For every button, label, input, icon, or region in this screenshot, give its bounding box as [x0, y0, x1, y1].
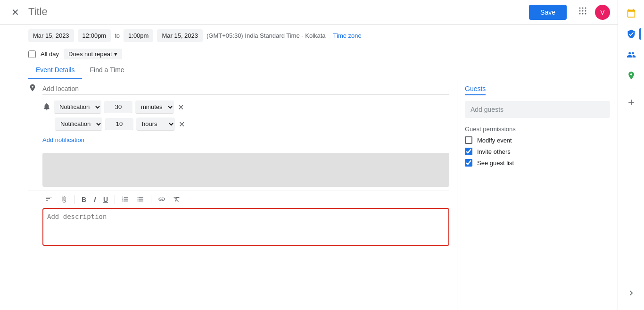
start-time-button[interactable]: 12:00pm — [78, 29, 111, 42]
expand-icon[interactable] — [622, 284, 641, 302]
svg-point-3 — [579, 10, 581, 12]
close-button[interactable]: ✕ — [8, 5, 23, 20]
guest-permissions-section: Guest permissions Modify event Invite ot… — [465, 126, 610, 167]
save-button[interactable]: Save — [529, 5, 567, 20]
notification-value-1[interactable] — [104, 101, 132, 113]
attach-button[interactable] — [58, 193, 71, 206]
sidebar-add-icon[interactable] — [622, 93, 641, 112]
link-button[interactable] — [155, 193, 168, 206]
guest-permissions-title: Guest permissions — [465, 126, 610, 133]
end-date-button[interactable]: Mar 15, 2023 — [157, 29, 203, 42]
invite-others-label: Invite others — [477, 148, 511, 155]
bold-button[interactable]: B — [79, 194, 89, 205]
modify-event-checkbox-empty[interactable] — [465, 136, 472, 144]
notification-value-2[interactable] — [105, 118, 133, 130]
event-title-input[interactable] — [28, 4, 523, 20]
remove-notification-2[interactable]: ✕ — [178, 119, 186, 130]
avatar[interactable]: V — [595, 5, 610, 20]
clear-format-button[interactable] — [170, 193, 183, 206]
svg-point-6 — [579, 13, 581, 15]
unordered-list-button[interactable] — [134, 193, 147, 206]
allday-label: All day — [41, 50, 59, 58]
repeat-label: Does not repeat — [68, 50, 112, 58]
remove-notification-1[interactable]: ✕ — [177, 102, 185, 113]
svg-point-8 — [585, 13, 586, 15]
add-notification-button[interactable]: Add notification — [42, 134, 84, 145]
notification-row-1: Notification Email minutes hours days we… — [42, 101, 449, 114]
sidebar-people-icon[interactable] — [622, 45, 641, 64]
invite-others-checkbox[interactable] — [465, 148, 472, 155]
allday-checkbox[interactable] — [28, 50, 36, 58]
description-placeholder-block — [42, 153, 449, 187]
to-separator: to — [115, 32, 120, 39]
align-button[interactable] — [42, 193, 56, 206]
modify-event-label: Modify event — [477, 137, 512, 144]
start-date-button[interactable]: Mar 15, 2023 — [28, 29, 74, 42]
sidebar-task-icon[interactable] — [622, 25, 641, 43]
end-time-button[interactable]: 1:00pm — [124, 29, 153, 42]
location-input[interactable] — [42, 83, 449, 95]
description-input[interactable] — [42, 208, 449, 246]
italic-button[interactable]: I — [91, 194, 99, 205]
bell-icon-1 — [42, 102, 51, 112]
apps-icon[interactable] — [576, 4, 589, 20]
tab-find-time[interactable]: Find a Time — [82, 61, 132, 79]
tab-event-details[interactable]: Event Details — [28, 61, 82, 79]
notification-type-select-1[interactable]: Notification Email — [54, 101, 101, 114]
notification-type-select-2[interactable]: Notification Email — [55, 117, 102, 131]
svg-point-1 — [582, 8, 584, 9]
location-icon — [28, 84, 37, 94]
svg-point-4 — [582, 10, 584, 12]
permission-see-guest-list: See guest list — [465, 159, 610, 167]
sidebar-maps-icon[interactable] — [622, 66, 641, 85]
see-guest-list-checkbox[interactable] — [465, 159, 472, 167]
underline-button[interactable]: U — [100, 194, 111, 205]
guests-title: Guests — [465, 85, 486, 95]
notification-unit-select-1[interactable]: minutes hours days weeks — [135, 101, 174, 114]
timezone-info: (GMT+05:30) India Standard Time - Kolkat… — [206, 32, 326, 39]
svg-point-7 — [582, 13, 584, 15]
sidebar-calendar-icon[interactable] — [622, 4, 641, 23]
svg-point-2 — [585, 8, 586, 9]
timezone-button[interactable]: Time zone — [333, 32, 362, 39]
repeat-button[interactable]: Does not repeat ▾ — [64, 49, 122, 59]
svg-point-0 — [579, 8, 581, 9]
svg-point-5 — [585, 10, 586, 12]
notification-row-2: Notification Email minutes hours days we… — [55, 117, 449, 131]
notification-unit-select-2[interactable]: minutes hours days weeks — [136, 117, 175, 131]
add-guests-input[interactable] — [465, 101, 610, 118]
ordered-list-button[interactable] — [119, 193, 132, 206]
permission-invite-others: Invite others — [465, 148, 610, 155]
see-guest-list-label: See guest list — [477, 159, 514, 167]
permission-modify-event: Modify event — [465, 136, 610, 144]
repeat-arrow-icon: ▾ — [114, 50, 117, 58]
